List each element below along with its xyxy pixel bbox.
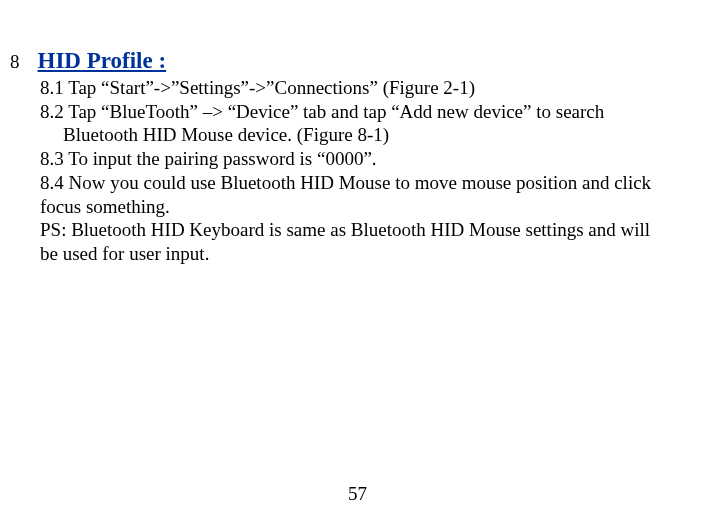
section-title: HID Profile :: [38, 47, 167, 76]
step-8-1: 8.1 Tap “Start”->”Settings”->”Connection…: [40, 76, 715, 100]
heading-line: 8 HID Profile :: [0, 47, 715, 76]
step-8-4-cont: focus something.: [40, 195, 715, 219]
page-number: 57: [0, 482, 715, 506]
section-number: 8: [10, 50, 20, 74]
step-8-2-cont: Bluetooth HID Mouse device. (Figure 8-1): [40, 123, 715, 147]
content-block: 8.1 Tap “Start”->”Settings”->”Connection…: [0, 76, 715, 266]
step-8-2: 8.2 Tap “BlueTooth” –> “Device” tab and …: [40, 100, 715, 124]
ps-note-cont: be used for user input.: [40, 242, 715, 266]
step-8-4: 8.4 Now you could use Bluetooth HID Mous…: [40, 171, 715, 195]
step-8-3: 8.3 To input the pairing password is “00…: [40, 147, 715, 171]
ps-note: PS: Bluetooth HID Keyboard is same as Bl…: [40, 218, 715, 242]
